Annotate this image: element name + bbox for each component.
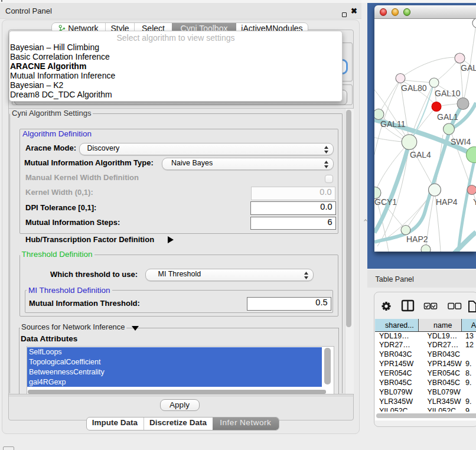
svg-text:GAL11: GAL11 [380,119,406,129]
svg-text:GAL80: GAL80 [401,83,427,93]
svg-text:GAL2: GAL2 [461,63,476,73]
svg-text:HAP4: HAP4 [436,197,458,206]
svg-text:Y: Y [473,197,476,206]
svg-text:GAL1: GAL1 [437,112,458,122]
svg-text:GCY1: GCY1 [374,197,397,206]
svg-text:HAP2: HAP2 [406,234,428,243]
svg-text:GAL4: GAL4 [410,149,431,159]
svg-text:GAL10: GAL10 [435,88,461,97]
svg-text:SWI4: SWI4 [451,136,471,146]
